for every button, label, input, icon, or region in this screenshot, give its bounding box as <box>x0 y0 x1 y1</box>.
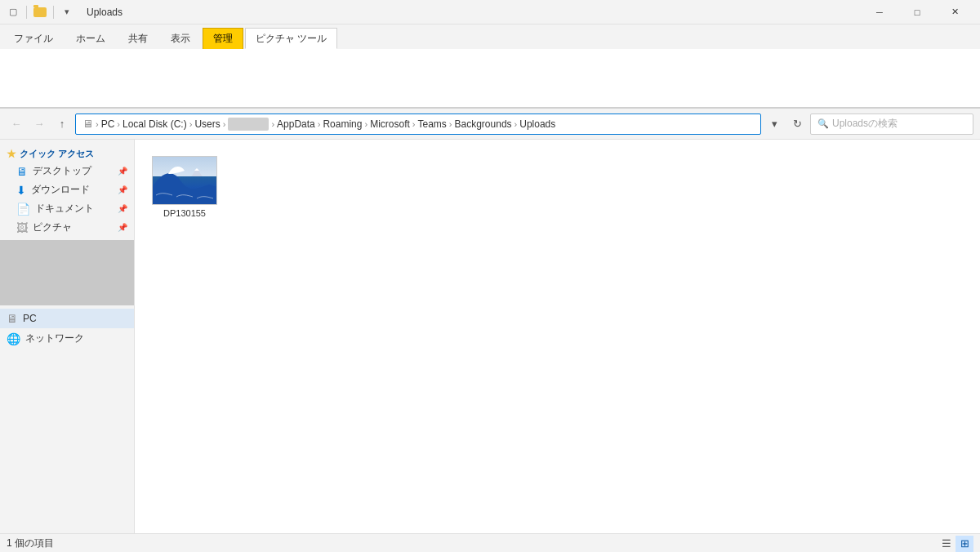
sep7: › <box>364 119 368 129</box>
forward-button[interactable]: → <box>29 114 49 134</box>
sidebar-item-documents[interactable]: 📄 ドキュメント 📌 <box>0 199 134 218</box>
close-button[interactable]: ✕ <box>936 0 973 24</box>
sep9: › <box>449 119 452 129</box>
refresh-button[interactable]: ↻ <box>787 114 807 134</box>
address-bar[interactable]: 🖥 › PC › Local Disk (C:) › Users › › App… <box>75 114 761 135</box>
sep3: › <box>189 119 193 129</box>
breadcrumb-pc: 🖥 › PC › Local Disk (C:) › Users › › App… <box>82 118 555 131</box>
search-icon: 🔍 <box>817 118 829 129</box>
view-list-button[interactable]: ☰ <box>938 536 956 552</box>
ribbon-content <box>0 49 980 108</box>
pin-icon-pictures: 📌 <box>118 223 127 232</box>
quick-access-header[interactable]: ★ クイック アクセス <box>0 143 134 162</box>
sidebar-documents-label: ドキュメント <box>35 202 94 216</box>
pin-icon-desktop: 📌 <box>118 167 127 176</box>
content-area: DP130155 <box>135 140 980 533</box>
file-preview-canvas <box>152 156 217 205</box>
quick-access-icon[interactable]: ▢ <box>7 6 20 19</box>
crumb-pc: PC <box>101 118 115 130</box>
sep4: › <box>223 119 226 129</box>
tab-pictools[interactable]: ピクチャ ツール <box>245 28 337 49</box>
main-layout: ★ クイック アクセス 🖥 デスクトップ 📌 ⬇ ダウンロード 📌 📄 ドキュメ… <box>0 140 980 533</box>
sidebar-item-network[interactable]: 🌐 ネットワーク <box>0 328 134 349</box>
sidebar-item-download[interactable]: ⬇ ダウンロード 📌 <box>0 180 134 199</box>
status-item-count: 1 個の項目 <box>7 536 54 550</box>
sep6: › <box>318 119 321 129</box>
pictures-icon: 🖼 <box>16 221 28 234</box>
crumb-microsoft: Microsoft <box>370 118 410 130</box>
sidebar-item-pictures[interactable]: 🖼 ピクチャ 📌 <box>0 218 134 237</box>
sidebar-item-pc[interactable]: 🖥 PC <box>0 309 134 328</box>
address-dropdown-button[interactable]: ▾ <box>764 114 784 135</box>
sidebar-network-label: ネットワーク <box>25 332 84 345</box>
down-arrow-icon[interactable]: ▾ <box>60 6 74 19</box>
crumb-roaming: Roaming <box>323 118 362 130</box>
sep2: › <box>117 119 120 129</box>
crumb-username <box>228 118 269 131</box>
ribbon-tabs: ファイル ホーム 共有 表示 管理 ピクチャ ツール <box>0 24 980 49</box>
crumb-localdisk: Local Disk (C:) <box>122 118 187 130</box>
search-placeholder: Uploadsの検索 <box>832 117 898 131</box>
crumb-backgrounds: Backgrounds <box>455 118 512 130</box>
sidebar-pictures-label: ピクチャ <box>33 220 72 234</box>
title-bar: ▢ ▾ Uploads ─ □ ✕ <box>0 0 980 24</box>
ribbon: ファイル ホーム 共有 表示 管理 ピクチャ ツール <box>0 24 980 109</box>
status-bar: 1 個の項目 ☰ ⊞ <box>0 533 980 552</box>
file-thumbnail <box>152 156 217 205</box>
pin-icon-documents: 📌 <box>118 204 127 213</box>
crumb-appdata: AppData <box>277 118 315 130</box>
sidebar-download-label: ダウンロード <box>31 183 90 197</box>
pin-icon-download: 📌 <box>118 185 127 194</box>
quick-access-label: クイック アクセス <box>20 148 94 160</box>
tab-home[interactable]: ホーム <box>65 28 116 49</box>
sep8: › <box>412 119 416 129</box>
tab-view[interactable]: 表示 <box>160 28 201 49</box>
network-icon: 🌐 <box>7 332 20 345</box>
minimize-button[interactable]: ─ <box>861 0 898 24</box>
star-icon: ★ <box>7 148 16 160</box>
sidebar: ★ クイック アクセス 🖥 デスクトップ 📌 ⬇ ダウンロード 📌 📄 ドキュメ… <box>0 140 135 533</box>
tab-file[interactable]: ファイル <box>3 28 64 49</box>
up-button[interactable]: ↑ <box>52 114 72 134</box>
sidebar-item-desktop[interactable]: 🖥 デスクトップ 📌 <box>0 162 134 180</box>
crumb-users: Users <box>194 118 220 130</box>
folder-icon <box>33 7 47 17</box>
tab-manage[interactable]: 管理 <box>203 28 243 49</box>
sidebar-pc-label: PC <box>23 313 37 324</box>
sep1: › <box>96 119 99 129</box>
separator2 <box>53 6 54 19</box>
search-bar[interactable]: 🔍 Uploadsの検索 <box>810 114 973 135</box>
view-thumbnail-button[interactable]: ⊞ <box>956 536 973 552</box>
separator <box>26 6 27 19</box>
file-item[interactable]: DP130155 <box>148 153 221 221</box>
back-button[interactable]: ← <box>7 114 26 134</box>
documents-icon: 📄 <box>16 203 30 216</box>
window-title: Uploads <box>87 7 122 18</box>
file-grid: DP130155 <box>141 146 973 228</box>
sidebar-desktop-label: デスクトップ <box>33 164 91 178</box>
maximize-button[interactable]: □ <box>898 0 936 24</box>
crumb-teams: Teams <box>418 118 447 130</box>
sidebar-gray-area <box>0 240 134 305</box>
crumb-uploads: Uploads <box>519 118 555 130</box>
file-name: DP130155 <box>163 208 206 218</box>
tab-share[interactable]: 共有 <box>118 28 158 49</box>
desktop-icon: 🖥 <box>16 165 28 178</box>
pc-icon: 🖥 <box>7 312 18 325</box>
sep5: › <box>271 119 274 129</box>
download-icon: ⬇ <box>16 184 26 197</box>
nav-bar: ← → ↑ 🖥 › PC › Local Disk (C:) › Users ›… <box>0 109 980 140</box>
title-bar-icons: ▢ ▾ <box>7 6 74 19</box>
sep10: › <box>514 119 518 129</box>
